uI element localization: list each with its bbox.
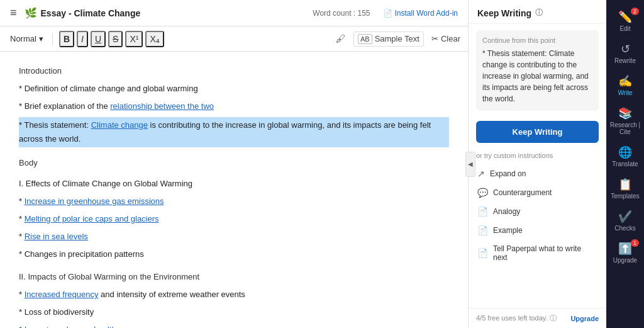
upgrade-badge: 1: [631, 239, 639, 247]
nav-item-translate[interactable]: 🌐 Translate: [606, 140, 644, 172]
editor-line-rel: * Brief explanation of the relationship …: [19, 99, 449, 113]
templates-label: Templates: [611, 193, 640, 200]
nav-item-checks[interactable]: ✔️ Checks: [606, 205, 644, 237]
edit-label: Edit: [619, 25, 630, 32]
info-icon[interactable]: ⓘ: [535, 8, 543, 18]
bold-button[interactable]: B: [59, 31, 74, 47]
edit-badge: 2: [631, 8, 639, 15]
clear-label: Clear: [441, 34, 460, 43]
write-icon: ✍️: [618, 74, 632, 88]
counterargument-icon: 💬: [477, 188, 488, 198]
nav-item-research[interactable]: 📚 Research | Cite: [606, 101, 644, 140]
edit-icon: ✏️: [618, 10, 632, 24]
addon-icon: 📄: [383, 9, 392, 18]
greenhouse-link: Increase in greenhouse gas emissions: [25, 196, 164, 206]
rewrite-icon: ↺: [621, 42, 630, 56]
underline-button[interactable]: U: [91, 31, 106, 47]
checks-icon: ✔️: [618, 210, 632, 223]
translate-icon: 🌐: [618, 145, 632, 159]
intro-heading: Introduction: [19, 64, 449, 78]
checks-label: Checks: [614, 225, 635, 232]
relationship-link: relationship between the two: [110, 101, 214, 111]
subscript-button[interactable]: X₄: [145, 31, 164, 47]
expand-icon: ↗: [477, 169, 485, 179]
style-label: Normal: [10, 34, 36, 43]
analogy-label: Analogy: [493, 207, 520, 216]
research-label: Research | Cite: [609, 122, 641, 135]
far-right-nav: 2 ✏️ Edit ↺ Rewrite ✍️ Write 📚 Research …: [606, 0, 644, 328]
nav-item-upgrade[interactable]: 1 ⬆️ Upgrade: [606, 237, 644, 269]
keep-writing-header: Keep Writing ⓘ: [469, 0, 606, 24]
counterargument-label: Counterargument: [493, 188, 552, 197]
env-line-3: * Impacts on human health: [19, 323, 449, 328]
polar-link: Melting of polar ice caps and glaciers: [25, 214, 159, 223]
clear-icon: ✂: [431, 34, 438, 43]
section1-heading: I. Effects of Climate Change on Global W…: [19, 177, 449, 191]
main-editor-area: ≡ 🌿 Essay - Climate Change Word count : …: [0, 0, 468, 328]
doc-title: Essay - Climate Change: [41, 8, 141, 18]
toolbar: Normal ▾ B I U S X¹ X₄ 🖋 AB Sample Text …: [0, 26, 468, 52]
keep-writing-button[interactable]: Keep Writing: [476, 121, 599, 143]
custom-instructions-label: or try custom instructions: [469, 149, 606, 164]
chevron-down-icon: ▾: [39, 34, 43, 43]
example-icon: 📄: [477, 225, 488, 235]
upgrade-nav-icon: ⬆️: [618, 242, 632, 256]
install-addon-label: Install Word Add-in: [395, 9, 458, 18]
write-label: Write: [618, 89, 632, 96]
upgrade-link[interactable]: Upgrade: [570, 315, 599, 322]
superscript-button[interactable]: X¹: [125, 31, 143, 47]
analogy-item[interactable]: 📄 Analogy: [469, 202, 606, 221]
right-panel: Keep Writing ⓘ Continue from this point …: [468, 0, 606, 328]
env-line-1: * Increased frequency and intensity of e…: [19, 288, 449, 302]
editor-line-def: * Definition of climate change and globa…: [19, 82, 449, 96]
body-line-3: * Rise in sea levels: [19, 230, 449, 244]
nav-item-rewrite[interactable]: ↺ Rewrite: [606, 37, 644, 69]
freq-link: Increased frequency: [25, 290, 99, 299]
upgrade-nav-label: Upgrade: [613, 257, 637, 264]
example-item[interactable]: 📄 Example: [469, 221, 606, 240]
toolbar-separator-1: [52, 33, 53, 45]
clear-button[interactable]: ✂ Clear: [431, 34, 460, 43]
keep-writing-title: Keep Writing: [477, 8, 531, 18]
top-bar: ≡ 🌿 Essay - Climate Change Word count : …: [0, 0, 468, 26]
env-line-2: * Loss of biodiversity: [19, 305, 449, 319]
doc-icon: 🌿: [25, 7, 37, 19]
human-health-link: Impacts on human health: [25, 325, 116, 328]
body-line-2: * Melting of polar ice caps and glaciers: [19, 212, 449, 226]
body-line-1: * Increase in greenhouse gas emissions: [19, 195, 449, 208]
nav-item-write[interactable]: ✍️ Write: [606, 69, 644, 101]
tell-paperpal-icon: 📄: [477, 248, 488, 258]
sea-link: Rise in sea levels: [25, 232, 88, 241]
body-heading: Body: [19, 156, 449, 170]
italic-button[interactable]: I: [77, 31, 88, 47]
nav-item-edit[interactable]: 2 ✏️ Edit: [606, 5, 644, 37]
free-uses-text: 4/5 free uses left today. ⓘ: [476, 314, 557, 323]
editor-thesis: * Thesis statement: Climate change is co…: [19, 117, 449, 147]
tell-paperpal-label: Tell Paperpal what to write next: [493, 244, 597, 262]
menu-icon[interactable]: ≡: [10, 6, 17, 20]
research-icon: 📚: [618, 106, 632, 120]
strikethrough-button[interactable]: S: [108, 31, 123, 47]
editor-content[interactable]: Introduction * Definition of climate cha…: [0, 52, 468, 328]
style-selector[interactable]: Normal ▾: [8, 33, 46, 45]
counterargument-item[interactable]: 💬 Counterargument: [469, 183, 606, 202]
nav-item-templates[interactable]: 📋 Templates: [606, 172, 644, 205]
climate-change-link: Climate change: [91, 120, 148, 130]
toolbar-right: 🖋 AB Sample Text ✂ Clear: [336, 31, 460, 47]
thesis-preview: * Thesis statement: Climate change is co…: [482, 48, 592, 105]
format-icon[interactable]: 🖋: [336, 33, 346, 45]
section2-heading: II. Impacts of Global Warming on the Env…: [19, 270, 449, 284]
expand-on-item[interactable]: ↗ Expand on: [469, 164, 606, 183]
panel-collapse-button[interactable]: ◀: [465, 152, 475, 177]
continue-label: Continue from this point: [482, 37, 592, 44]
word-count: Word count : 155: [313, 9, 370, 18]
tell-paperpal-item[interactable]: 📄 Tell Paperpal what to write next: [469, 240, 606, 266]
rewrite-label: Rewrite: [614, 57, 636, 64]
templates-icon: 📋: [618, 178, 632, 191]
analogy-icon: 📄: [477, 206, 488, 217]
body-line-4: * Changes in precipitation patterns: [19, 247, 449, 261]
install-addon-link[interactable]: 📄 Install Word Add-in: [383, 9, 458, 18]
expand-on-label: Expand on: [490, 169, 526, 178]
sample-text-button[interactable]: AB Sample Text: [353, 31, 424, 47]
continue-box: Continue from this point * Thesis statem…: [476, 30, 599, 111]
